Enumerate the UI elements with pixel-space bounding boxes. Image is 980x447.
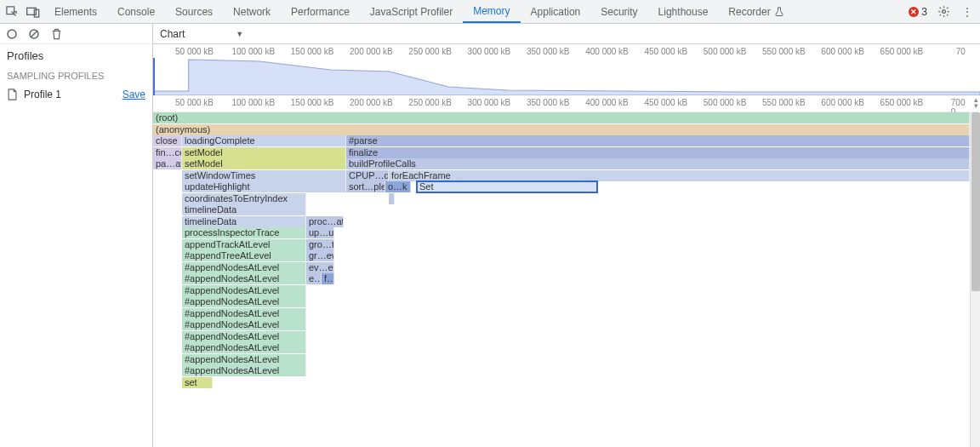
profile-save-link[interactable]: Save bbox=[122, 89, 145, 100]
flame-chart-viewport[interactable]: (root)(anonymous)closeloadingComplete#pa… bbox=[153, 112, 980, 447]
flame-bar[interactable]: #appendNodesAtLevel bbox=[182, 354, 306, 365]
flame-bar[interactable]: #appendNodesAtLevel bbox=[182, 319, 306, 330]
flame-bar[interactable]: Set bbox=[417, 181, 597, 192]
tab-lighthouse[interactable]: Lighthouse bbox=[648, 0, 719, 23]
ruler-tick: 200 000 kB bbox=[350, 47, 393, 56]
tab-javascript-profiler[interactable]: JavaScript Profiler bbox=[360, 0, 463, 23]
flame-bar[interactable]: o…k bbox=[385, 181, 411, 192]
delete-icon[interactable] bbox=[49, 27, 63, 41]
ruler-tick: 550 000 kB bbox=[762, 98, 806, 107]
ruler-step-arrows[interactable]: ▴▾ bbox=[974, 97, 978, 109]
ruler-tick: 300 000 kB bbox=[468, 98, 511, 107]
profile-item[interactable]: Profile 1 Save bbox=[0, 84, 152, 105]
ruler-tick: 200 000 kB bbox=[350, 98, 393, 107]
flame-bar[interactable]: timelineData bbox=[182, 204, 306, 215]
svg-rect-7 bbox=[153, 58, 155, 95]
flame-bar[interactable]: appendTrackAtLevel bbox=[182, 239, 306, 250]
flame-bar[interactable]: #appendNodesAtLevel bbox=[182, 331, 306, 342]
flame-bar[interactable]: proc…ata bbox=[306, 216, 344, 227]
flame-bar[interactable]: sort…ples bbox=[346, 181, 385, 192]
view-select-label: Chart bbox=[160, 28, 185, 40]
tab-application[interactable]: Application bbox=[521, 0, 591, 23]
flame-bar[interactable]: buildProfileCalls bbox=[346, 158, 970, 169]
record-icon[interactable] bbox=[5, 27, 19, 41]
error-icon: ✕ bbox=[909, 7, 919, 17]
tab-sources[interactable]: Sources bbox=[165, 0, 223, 23]
flame-bar[interactable]: setWindowTimes bbox=[182, 170, 346, 181]
flame-bar[interactable]: setModel bbox=[182, 147, 346, 158]
flame-bar[interactable]: close bbox=[153, 135, 182, 146]
chevron-down-icon: ▼ bbox=[236, 30, 243, 38]
flame-bar[interactable]: gro…ts bbox=[306, 239, 334, 250]
flame-bar[interactable]: processInspectorTrace bbox=[182, 227, 306, 238]
view-select[interactable]: Chart ▼ bbox=[160, 28, 243, 40]
flame-bar[interactable]: #appendNodesAtLevel bbox=[182, 342, 306, 353]
flame-bar[interactable]: timelineData bbox=[182, 216, 306, 227]
flame-bar[interactable]: #appendNodesAtLevel bbox=[182, 296, 306, 307]
sidebar-section-label: SAMPLING PROFILES bbox=[0, 67, 152, 84]
flame-bar[interactable]: finalize bbox=[346, 147, 970, 158]
flame-bar[interactable]: up…up bbox=[306, 227, 334, 238]
ruler-tick: 400 000 kB bbox=[585, 98, 629, 107]
ruler-tick: 100 000 kB bbox=[231, 98, 275, 107]
flame-bar[interactable]: #appendNodesAtLevel bbox=[182, 365, 306, 376]
flame-bar[interactable] bbox=[389, 193, 395, 204]
flame-bar[interactable]: set bbox=[182, 377, 213, 388]
device-toolbar-icon[interactable] bbox=[22, 0, 44, 24]
flame-bar[interactable]: updateHighlight bbox=[182, 181, 346, 192]
tab-console[interactable]: Console bbox=[107, 0, 165, 23]
error-counter[interactable]: ✕ 3 bbox=[909, 6, 927, 18]
flame-bar[interactable]: #parse bbox=[346, 135, 970, 146]
scrollbar-thumb[interactable] bbox=[971, 112, 980, 291]
ruler-tick: 450 000 kB bbox=[644, 47, 687, 56]
flame-bar[interactable]: #appendTreeAtLevel bbox=[182, 250, 306, 261]
flame-bar[interactable]: (anonymous) bbox=[153, 124, 970, 135]
flame-bar[interactable]: coordinatesToEntryIndex bbox=[182, 193, 306, 204]
flame-bar[interactable]: (root) bbox=[153, 112, 970, 123]
tab-recorder[interactable]: Recorder bbox=[718, 0, 794, 23]
svg-point-3 bbox=[942, 10, 945, 14]
ruler-tick: 250 000 kB bbox=[408, 98, 452, 107]
inspect-icon[interactable] bbox=[0, 0, 22, 24]
flame-bar[interactable]: fin…ce bbox=[153, 147, 182, 158]
ruler-tick: 100 000 kB bbox=[231, 47, 275, 56]
ruler-tick: 350 000 kB bbox=[527, 47, 570, 56]
tab-memory[interactable]: Memory bbox=[463, 0, 520, 23]
ruler-tick: 150 000 kB bbox=[291, 47, 334, 56]
panel-tabs: ElementsConsoleSourcesNetworkPerformance… bbox=[44, 0, 795, 23]
profile-item-label: Profile 1 bbox=[24, 89, 61, 100]
flame-bar[interactable]: loadingComplete bbox=[182, 135, 346, 146]
tab-elements[interactable]: Elements bbox=[44, 0, 107, 23]
settings-icon[interactable] bbox=[936, 4, 951, 20]
ruler-tick: 350 000 kB bbox=[527, 98, 570, 107]
flame-chart-panel: Chart ▼ 50 000 kB100 000 kB150 000 kB200… bbox=[153, 24, 980, 447]
tab-network[interactable]: Network bbox=[223, 0, 281, 23]
tab-security[interactable]: Security bbox=[590, 0, 647, 23]
flame-bar[interactable]: f…r bbox=[322, 273, 334, 284]
ruler-tick: 150 000 kB bbox=[291, 98, 334, 107]
ruler-tick: 650 000 kB bbox=[880, 98, 924, 107]
sidebar-title: Profiles bbox=[0, 44, 152, 67]
ruler-tick: 600 000 kB bbox=[821, 98, 864, 107]
flame-bar[interactable]: ev…ew bbox=[306, 262, 334, 273]
flame-bar[interactable]: CPUP…del bbox=[346, 170, 389, 181]
ruler-tick: 400 000 kB bbox=[585, 47, 629, 56]
flame-bar[interactable]: #appendNodesAtLevel bbox=[182, 285, 306, 296]
flame-bar[interactable]: forEachFrame bbox=[389, 170, 970, 181]
flame-bar[interactable]: #appendNodesAtLevel bbox=[182, 262, 306, 273]
tab-performance[interactable]: Performance bbox=[281, 0, 360, 23]
error-count: 3 bbox=[921, 6, 927, 18]
clear-icon[interactable] bbox=[27, 27, 41, 41]
vertical-scrollbar[interactable] bbox=[970, 112, 980, 447]
flame-bar[interactable]: setModel bbox=[182, 158, 346, 169]
more-icon[interactable]: ⋮ bbox=[960, 4, 975, 20]
memory-overview[interactable]: 50 000 kB100 000 kB150 000 kB200 000 kB2… bbox=[153, 44, 980, 95]
flame-bar[interactable]: e… bbox=[306, 273, 322, 284]
ruler-tick: 250 000 kB bbox=[408, 47, 452, 56]
flame-bar[interactable]: #appendNodesAtLevel bbox=[182, 273, 306, 284]
flame-ruler[interactable]: ▴▾ 50 000 kB100 000 kB150 000 kB200 000 … bbox=[153, 95, 980, 112]
flame-bar[interactable]: pa…at bbox=[153, 158, 182, 169]
ruler-tick: 550 000 kB bbox=[762, 47, 806, 56]
flame-bar[interactable]: #appendNodesAtLevel bbox=[182, 308, 306, 319]
flame-bar[interactable]: gr…ew bbox=[306, 250, 334, 261]
